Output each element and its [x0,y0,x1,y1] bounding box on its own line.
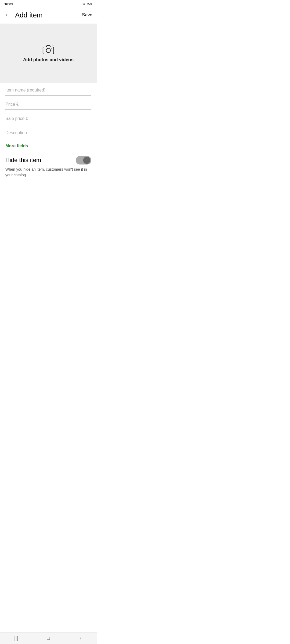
item-name-input[interactable] [5,88,91,94]
status-time: 16:03 [4,2,13,6]
hide-item-label: Hide this item [5,157,41,164]
photo-area-label: Add photos and videos [23,57,74,63]
sale-price-input[interactable] [5,116,91,123]
item-name-field-group [5,83,91,96]
sale-price-field-group [5,111,91,124]
status-icons: 🖼 75% [82,2,92,6]
svg-point-2 [51,48,52,49]
price-field-group [5,97,91,110]
camera-icon [42,44,54,54]
photo-upload-area[interactable]: Add photos and videos [0,24,97,83]
back-button[interactable]: ← [2,10,13,20]
hide-item-toggle[interactable] [76,156,91,164]
camera-svg-icon [42,44,54,54]
toggle-thumb [83,157,90,164]
hide-item-row: Hide this item [5,156,91,164]
price-input[interactable] [5,102,91,108]
description-input[interactable] [5,130,91,137]
hide-item-section: Hide this item When you hide an item, cu… [0,153,97,182]
toolbar-left: ← Add item [2,10,43,20]
back-arrow-icon: ← [5,12,10,19]
svg-point-1 [46,48,50,53]
more-fields-button[interactable]: More fields [5,144,28,148]
status-bar: 16:03 🖼 75% [0,0,97,8]
save-button[interactable]: Save [82,11,92,19]
page-title: Add item [15,11,43,19]
hide-item-description: When you hide an item, customers won't s… [5,167,91,178]
battery-icon: 75% [86,2,92,6]
svg-rect-0 [43,47,54,54]
photo-icon: 🖼 [82,2,85,6]
toolbar: ← Add item Save [0,8,97,24]
description-field-group [5,126,91,138]
form-area: More fields [0,83,97,153]
